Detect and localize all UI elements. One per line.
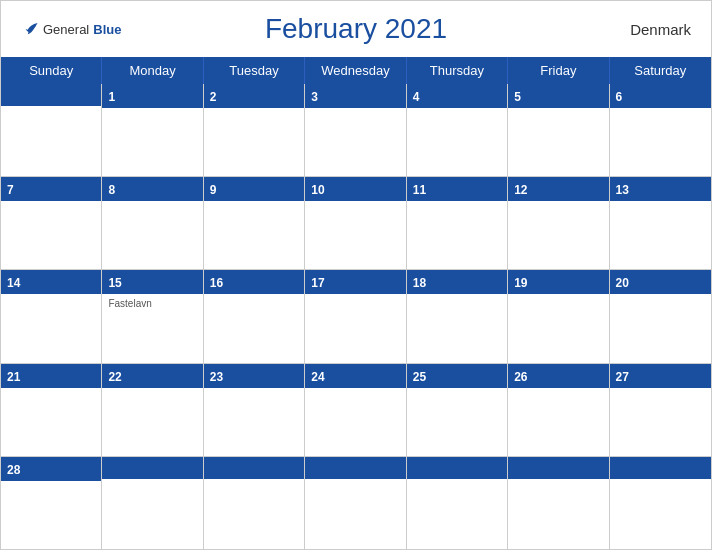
date-num: 4 — [413, 90, 420, 104]
date-num: 5 — [514, 90, 521, 104]
week-row-3: 14 15 Fastelavn 16 17 18 19 20 — [1, 270, 711, 363]
date-num: 12 — [514, 183, 527, 197]
day-header-tuesday: Tuesday — [204, 57, 305, 84]
day-header-saturday: Saturday — [610, 57, 711, 84]
cell-w1-thu: 4 — [407, 84, 508, 176]
cell-w2-fri: 12 — [508, 177, 609, 269]
cell-w5-thu — [407, 457, 508, 549]
cell-w2-wed: 10 — [305, 177, 406, 269]
cell-w5-sat — [610, 457, 711, 549]
date-num: 13 — [616, 183, 629, 197]
date-num: 18 — [413, 276, 426, 290]
calendar-header: General Blue February 2021 Denmark — [1, 1, 711, 57]
cell-top: 1 — [102, 84, 202, 108]
cell-w5-sun: 28 — [1, 457, 102, 549]
day-header-sunday: Sunday — [1, 57, 102, 84]
cell-top: 25 — [407, 364, 507, 388]
logo-blue: Blue — [93, 22, 121, 37]
country-label: Denmark — [630, 21, 691, 38]
date-num: 3 — [311, 90, 318, 104]
cell-w3-thu: 18 — [407, 270, 508, 362]
date-num: 27 — [616, 370, 629, 384]
cell-top: 21 — [1, 364, 101, 388]
date-num: 9 — [210, 183, 217, 197]
cell-w3-tue: 16 — [204, 270, 305, 362]
cell-w1-mon: 1 — [102, 84, 203, 176]
cell-top-empty — [305, 457, 405, 479]
cell-top: 12 — [508, 177, 608, 201]
cell-top: 27 — [610, 364, 711, 388]
cell-top: 7 — [1, 177, 101, 201]
cell-top-empty — [610, 457, 711, 479]
cell-top: 16 — [204, 270, 304, 294]
cell-top: 13 — [610, 177, 711, 201]
calendar-body: 1 2 3 4 5 6 7 8 — [1, 84, 711, 549]
cell-w2-tue: 9 — [204, 177, 305, 269]
cell-w3-sun: 14 — [1, 270, 102, 362]
cell-top: 9 — [204, 177, 304, 201]
date-num: 26 — [514, 370, 527, 384]
cell-top: 6 — [610, 84, 711, 108]
cell-w5-tue — [204, 457, 305, 549]
calendar-title: February 2021 — [265, 13, 447, 45]
cell-top: 14 — [1, 270, 101, 294]
cell-w2-sun: 7 — [1, 177, 102, 269]
week-row-4: 21 22 23 24 25 26 27 — [1, 364, 711, 457]
date-num: 1 — [108, 90, 115, 104]
day-header-monday: Monday — [102, 57, 203, 84]
cell-w1-tue: 2 — [204, 84, 305, 176]
cell-top: 4 — [407, 84, 507, 108]
cell-w3-fri: 19 — [508, 270, 609, 362]
day-header-friday: Friday — [508, 57, 609, 84]
date-num: 24 — [311, 370, 324, 384]
date-num: 15 — [108, 276, 121, 290]
cell-w1-sat: 6 — [610, 84, 711, 176]
date-num: 7 — [7, 183, 14, 197]
day-headers-row: Sunday Monday Tuesday Wednesday Thursday… — [1, 57, 711, 84]
cell-w5-fri — [508, 457, 609, 549]
cell-w1-sun — [1, 84, 102, 176]
cell-w1-wed: 3 — [305, 84, 406, 176]
date-num: 20 — [616, 276, 629, 290]
cell-top: 5 — [508, 84, 608, 108]
week-row-2: 7 8 9 10 11 12 13 — [1, 177, 711, 270]
date-num: 10 — [311, 183, 324, 197]
cell-top: 23 — [204, 364, 304, 388]
date-num: 21 — [7, 370, 20, 384]
cell-top: 28 — [1, 457, 101, 481]
date-num: 28 — [7, 463, 20, 477]
day-header-thursday: Thursday — [407, 57, 508, 84]
date-num: 17 — [311, 276, 324, 290]
cell-top: 26 — [508, 364, 608, 388]
cell-top: 24 — [305, 364, 405, 388]
cell-w2-mon: 8 — [102, 177, 203, 269]
cell-top-empty — [1, 84, 101, 106]
cell-w4-mon: 22 — [102, 364, 203, 456]
cell-w1-fri: 5 — [508, 84, 609, 176]
date-num: 14 — [7, 276, 20, 290]
date-num: 11 — [413, 183, 426, 197]
logo-general: General — [43, 22, 89, 37]
date-num: 22 — [108, 370, 121, 384]
cell-top-empty — [204, 457, 304, 479]
cell-top: 20 — [610, 270, 711, 294]
cell-top: 2 — [204, 84, 304, 108]
week-row-5: 28 — [1, 457, 711, 549]
cell-w2-thu: 11 — [407, 177, 508, 269]
date-num: 2 — [210, 90, 217, 104]
cell-top: 22 — [102, 364, 202, 388]
logo-icon — [21, 20, 39, 38]
cell-top: 19 — [508, 270, 608, 294]
date-num: 6 — [616, 90, 623, 104]
cell-w4-thu: 25 — [407, 364, 508, 456]
date-num: 23 — [210, 370, 223, 384]
cell-top: 11 — [407, 177, 507, 201]
logo: General Blue — [21, 20, 121, 38]
cell-w3-mon: 15 Fastelavn — [102, 270, 203, 362]
cell-w4-fri: 26 — [508, 364, 609, 456]
cell-w5-mon — [102, 457, 203, 549]
cell-top-empty — [407, 457, 507, 479]
cell-top-empty — [508, 457, 608, 479]
cell-top-empty — [102, 457, 202, 479]
cell-w4-sat: 27 — [610, 364, 711, 456]
